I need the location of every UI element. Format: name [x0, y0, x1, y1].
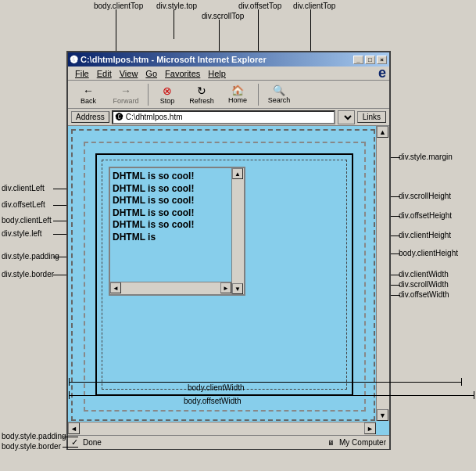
scroll-div-hscrollbar[interactable]: ◄ ► [110, 282, 231, 294]
ie-statusbar: ✓ Done 🖥 My Computer [68, 435, 389, 449]
status-zone-icon: 🖥 [327, 439, 335, 447]
ie-minimize-btn[interactable]: _ [353, 56, 363, 64]
label-body-client-width: body.clientWidth [188, 383, 245, 392]
div-padding-rect: ▲ ▼ ◄ ► DHTML is so cool! DHTML is s [102, 160, 347, 390]
scroll-up-btn[interactable]: ▲ [232, 168, 243, 179]
menu-favorites[interactable]: Favorites [161, 68, 204, 79]
home-btn[interactable]: 🏠 Home [220, 82, 255, 107]
label-div-style-padding: div.style.padding [2, 252, 59, 261]
stop-btn[interactable]: ⊗ Stop [152, 82, 183, 107]
line-body-client-width-left [69, 378, 70, 386]
label-body-style-border: body.style.border [2, 442, 61, 451]
toolbar-sep-2 [258, 84, 259, 106]
ie-maximize-btn[interactable]: □ [365, 56, 375, 64]
line-body-client-left [53, 221, 66, 221]
label-div-style-top: div.style.top [156, 2, 197, 10]
scroll-right-btn[interactable]: ► [220, 282, 231, 293]
toolbar-sep-1 [148, 84, 149, 106]
diagram-container: body.clientTop div.style.top div.scrollT… [0, 0, 476, 471]
home-label: Home [228, 96, 247, 104]
ie-addressbar: Address 🅒 C:\dhtmlpos.htm Links [68, 109, 389, 126]
menu-view[interactable]: View [116, 68, 142, 79]
menu-go[interactable]: Go [141, 68, 161, 79]
line-div-style-margin [391, 157, 400, 158]
line-div-client-left [53, 189, 66, 189]
main-hscrollbar[interactable]: ◄ ► [68, 422, 376, 435]
label-body-client-height: body.clientHeight [399, 249, 458, 257]
status-zone: My Computer [339, 438, 386, 447]
line-div-offset-height [391, 216, 400, 217]
scroll-content: DHTML is so cool! DHTML is so cool! DHTM… [110, 168, 231, 282]
back-icon: ← [83, 84, 94, 97]
main-scroll-right[interactable]: ► [364, 422, 376, 434]
ie-toolbar: ← Back → Forward ⊗ Stop ↻ Refresh 🏠 [68, 81, 389, 109]
menu-file[interactable]: File [71, 68, 93, 79]
home-icon: 🏠 [231, 84, 244, 96]
line-div-style-left [53, 234, 66, 235]
scroll-left-btn[interactable]: ◄ [110, 282, 121, 293]
label-body-client-top-1: body.clientTop [94, 2, 143, 10]
line-div-offset-width [391, 295, 400, 296]
ie-title-label: C:\dhtmlpos.htm - Microsoft Internet Exp… [81, 55, 267, 64]
main-scroll-left[interactable]: ◄ [68, 422, 80, 434]
forward-icon: → [120, 84, 131, 97]
label-div-offset-top: div.offsetTop [238, 2, 281, 10]
search-btn[interactable]: 🔍 Search [262, 82, 296, 107]
label-body-style-padding: body.style.padding [2, 432, 66, 440]
label-body-client-left: body.clientLeft [2, 216, 52, 225]
refresh-icon: ↻ [197, 84, 206, 97]
refresh-btn[interactable]: ↻ Refresh [184, 82, 219, 107]
label-body-offset-width: body.offsetWidth [184, 397, 242, 405]
label-div-style-left: div.style.left [2, 229, 42, 238]
line-body-style-padding [63, 437, 78, 437]
search-label: Search [268, 96, 291, 104]
ie-title-icon: 🅒 [70, 56, 78, 64]
line-body-client-width [69, 382, 462, 383]
main-vtrack [377, 138, 389, 409]
ie-menubar: File Edit View Go Favorites Help e [68, 67, 389, 81]
links-btn[interactable]: Links [357, 111, 386, 123]
back-btn[interactable]: ← Back [71, 82, 106, 107]
search-icon: 🔍 [273, 84, 285, 96]
address-icon: 🅒 [116, 113, 123, 121]
ie-title-text: 🅒 C:\dhtmlpos.htm - Microsoft Internet E… [70, 55, 267, 64]
forward-btn[interactable]: → Forward [107, 82, 145, 107]
back-label: Back [81, 97, 96, 105]
line-div-style-border [53, 275, 66, 275]
line-div-offset-left [53, 205, 66, 206]
forward-label: Forward [113, 97, 138, 105]
scroll-track [232, 179, 244, 283]
label-div-offset-left: div.offsetLeft [2, 200, 45, 209]
address-input[interactable]: 🅒 C:\dhtmlpos.htm [112, 110, 335, 124]
label-div-style-margin: div.style.margin [399, 153, 453, 161]
label-div-scroll-height: div.scrollHeight [399, 192, 451, 200]
address-dropdown[interactable] [338, 110, 355, 124]
main-vscrollbar[interactable]: ▲ ▼ [376, 126, 389, 421]
ie-close-btn[interactable]: × [377, 56, 387, 64]
menu-help[interactable]: Help [204, 68, 230, 79]
label-div-client-width: div.clientWidth [399, 270, 449, 279]
label-div-offset-height: div.offsetHeight [399, 211, 452, 220]
main-scroll-up[interactable]: ▲ [377, 126, 388, 138]
ie-logo-icon: e [378, 65, 386, 81]
stop-label: Stop [160, 97, 175, 105]
label-div-scroll-top: div.scrollTop [202, 12, 244, 20]
main-scroll-down[interactable]: ▼ [377, 409, 388, 421]
label-div-client-height: div.clientHeight [399, 231, 451, 239]
line-body-offset-width-left [69, 391, 70, 399]
line-body-style-border [63, 447, 78, 448]
line-body-offset-width-right [474, 391, 474, 399]
label-div-client-top-2: div.clientTop [293, 2, 335, 10]
label-div-style-border: div.style.border [2, 270, 54, 279]
status-text: Done [83, 438, 102, 447]
scroll-div[interactable]: ▲ ▼ ◄ ► DHTML is so cool! DHTML is s [109, 167, 245, 296]
line-body-offset-width [69, 395, 474, 396]
line-div-style-padding [53, 257, 66, 257]
stop-icon: ⊗ [163, 84, 172, 97]
main-htrack [80, 422, 364, 435]
scroll-down-btn[interactable]: ▼ [232, 283, 243, 294]
scroll-div-vscrollbar[interactable]: ▲ ▼ [231, 168, 244, 294]
div-border-rect: ▲ ▼ ◄ ► DHTML is so cool! DHTML is s [95, 153, 353, 396]
refresh-label: Refresh [189, 97, 214, 105]
menu-edit[interactable]: Edit [93, 68, 116, 79]
